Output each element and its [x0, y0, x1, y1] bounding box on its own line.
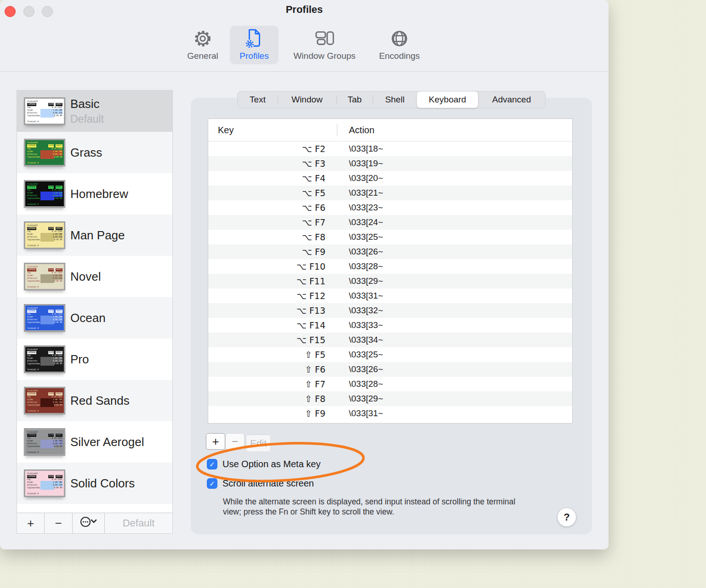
tab-label: Tab	[347, 95, 362, 105]
table-row[interactable]: ⇧F8 \033[29~	[208, 391, 572, 406]
table-row[interactable]: ⌥F12 \033[31~	[208, 288, 572, 303]
modifier-glyph: ⌥	[302, 247, 312, 257]
action-cell: \033[28~	[337, 261, 383, 271]
gear-icon	[192, 28, 213, 49]
key-bindings-table: Key Action ⌥F2 \033[18~ ⌥F3 \033[19~ ⌥F4…	[208, 119, 573, 424]
remove-binding-button[interactable]: −	[225, 433, 245, 450]
sidebar-item-grass[interactable]: Terminal# COMMAND %CPURPRVT top4.1% 231K…	[17, 132, 172, 173]
modifier-glyph: ⌥	[296, 291, 307, 301]
sidebar-item-ocean[interactable]: Terminal# COMMAND %CPURPRVT top4.1% 231K…	[17, 297, 172, 339]
ellipsis-circle-chevron-icon	[80, 516, 98, 531]
add-binding-button[interactable]: +	[206, 433, 225, 450]
key-cell: ⌥F6	[208, 203, 337, 213]
sidebar-item-homebrew[interactable]: Terminal# COMMAND %CPURPRVT top4.1% 231K…	[17, 173, 172, 215]
tab-keyboard[interactable]: Keyboard	[417, 91, 478, 108]
table-row[interactable]: ⇧F5 \033[25~	[208, 347, 572, 362]
profile-list-toolbar: + − Default	[17, 513, 172, 533]
sidebar-item-novel[interactable]: Terminal# COMMAND %CPURPRVT top4.1% 231K…	[17, 256, 172, 297]
table-row[interactable]: ⌥F5 \033[21~	[208, 186, 572, 200]
window-title: Profiles	[0, 4, 609, 16]
action-cell: \033[29~	[337, 276, 383, 286]
profile-thumbnail: Terminal# COMMAND %CPURPRVT top4.1% 231K…	[24, 305, 65, 331]
key-column-header[interactable]: Key	[208, 125, 337, 136]
preferences-window: Profiles General	[0, 0, 609, 549]
tab-tab[interactable]: Tab	[336, 91, 373, 108]
toolbar-item-profiles[interactable]: Profiles	[230, 26, 279, 64]
profile-name: Novel	[70, 270, 101, 284]
table-row[interactable]: ⌥F4 \033[20~	[208, 171, 572, 186]
action-column-header[interactable]: Action	[337, 125, 375, 136]
key-cell: ⌥F14	[208, 320, 337, 330]
table-row[interactable]: ⌥F9 \033[26~	[208, 244, 572, 259]
key-cell: ⌥F11	[208, 276, 337, 286]
scroll-alternate-screen-checkbox[interactable]: ✓	[207, 478, 217, 489]
profile-thumbnail: Terminal# COMMAND %CPURPRVT top4.1% 231K…	[24, 263, 65, 290]
profile-name: Solid Colors	[70, 476, 135, 491]
profile-name: Pro	[70, 352, 89, 367]
profile-thumbnail: Terminal# COMMAND %CPURPRVT top4.1% 231K…	[24, 98, 65, 124]
key-cell: ⌥F7	[208, 217, 337, 227]
action-cell: \033[31~	[337, 408, 383, 418]
add-profile-button[interactable]: +	[17, 513, 45, 533]
profile-name: Red Sands	[70, 394, 130, 408]
action-cell: \033[18~	[337, 144, 383, 154]
scroll-alternate-screen-checkbox-row: ✓ Scroll alternate screen	[207, 478, 314, 489]
key-cell: ⌥F15	[208, 335, 337, 345]
toolbar-item-general[interactable]: General	[177, 26, 228, 64]
toolbar-label: Encodings	[379, 51, 420, 61]
key-cell: ⇧F7	[208, 379, 337, 389]
modifier-glyph: ⇧	[305, 364, 312, 374]
table-row[interactable]: ⌥F2 \033[18~	[208, 141, 572, 156]
table-row[interactable]: ⌥F15 \033[34~	[208, 333, 572, 347]
modifier-glyph: ⌥	[296, 305, 307, 316]
action-cell: \033[26~	[337, 247, 383, 257]
profile-subtitle: Default	[70, 113, 104, 125]
table-row[interactable]: ⌥F13 \033[32~	[208, 303, 572, 318]
toolbar-item-window-groups[interactable]: Window Groups	[286, 26, 363, 64]
tab-advanced[interactable]: Advanced	[478, 91, 545, 108]
table-row[interactable]: ⇧F9 \033[31~	[208, 406, 572, 421]
modifier-glyph: ⌥	[296, 320, 307, 330]
action-cell: \033[28~	[337, 379, 383, 389]
remove-profile-button[interactable]: −	[45, 513, 73, 533]
sidebar-item-silver-aerogel[interactable]: Terminal# COMMAND %CPURPRVT top4.1% 231K…	[17, 421, 172, 463]
table-row[interactable]: ⌥F6 \033[23~	[208, 200, 572, 215]
modifier-glyph: ⌥	[302, 217, 312, 227]
tab-text[interactable]: Text	[238, 91, 278, 108]
tab-window[interactable]: Window	[278, 91, 336, 108]
tab-shell[interactable]: Shell	[373, 91, 417, 108]
table-row[interactable]: ⌥F7 \033[24~	[208, 215, 572, 230]
profile-name: Homebrew	[70, 187, 128, 201]
use-option-as-meta-checkbox[interactable]: ✓	[207, 459, 217, 469]
action-cell: \033[23~	[337, 203, 383, 213]
toolbar-label: General	[187, 51, 218, 61]
table-row[interactable]: ⌥F14 \033[33~	[208, 318, 572, 333]
sidebar-item-man-page[interactable]: Terminal# COMMAND %CPURPRVT top4.1% 231K…	[17, 215, 172, 256]
profile-name: Basic	[70, 97, 104, 111]
table-row[interactable]: ⌥F8 \033[25~	[208, 230, 572, 244]
sidebar-item-pro[interactable]: Terminal# COMMAND %CPURPRVT top4.1% 231K…	[17, 339, 172, 380]
key-cell: ⌥F2	[208, 144, 337, 154]
modifier-glyph: ⌥	[302, 158, 312, 169]
modifier-glyph: ⇧	[305, 350, 312, 360]
table-header[interactable]: Key Action	[208, 119, 572, 141]
edit-binding-button[interactable]: Edit	[246, 435, 271, 452]
key-cell: ⌥F13	[208, 305, 337, 316]
sidebar-item-solid-colors[interactable]: Terminal# COMMAND %CPURPRVT top4.1% 231K…	[17, 463, 172, 504]
key-cell: ⌥F8	[208, 232, 337, 242]
table-row[interactable]: ⇧F6 \033[26~	[208, 362, 572, 377]
sidebar-item-basic[interactable]: Terminal# COMMAND %CPURPRVT top4.1% 231K…	[17, 90, 172, 132]
toolbar-item-encodings[interactable]: Encodings	[370, 26, 428, 64]
key-cell: ⌥F3	[208, 158, 337, 169]
set-default-button[interactable]: Default	[105, 513, 172, 533]
help-button[interactable]: ?	[558, 508, 576, 526]
key-cell: ⌥F12	[208, 291, 337, 301]
modifier-glyph: ⇧	[305, 379, 312, 389]
profile-actions-button[interactable]	[73, 513, 105, 533]
table-row[interactable]: ⌥F11 \033[29~	[208, 274, 572, 288]
profile-thumbnail: Terminal# COMMAND %CPURPRVT top4.1% 231K…	[24, 139, 65, 166]
table-row[interactable]: ⌥F3 \033[19~	[208, 156, 572, 171]
table-row[interactable]: ⇧F7 \033[28~	[208, 377, 572, 391]
sidebar-item-red-sands[interactable]: Terminal# COMMAND %CPURPRVT top4.1% 231K…	[17, 380, 172, 421]
table-row[interactable]: ⌥F10 \033[28~	[208, 259, 572, 274]
